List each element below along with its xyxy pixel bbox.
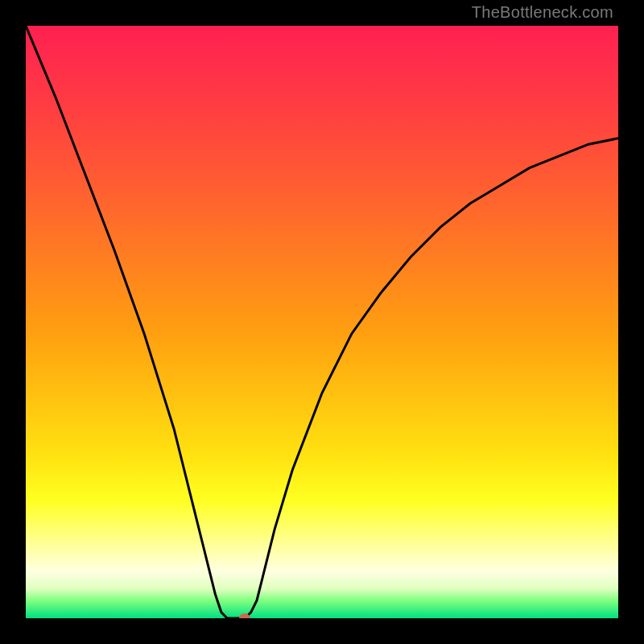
watermark-text: TheBottleneck.com xyxy=(472,3,613,22)
optimal-point-marker xyxy=(239,613,250,618)
chart-area xyxy=(26,26,618,618)
bottleneck-curve xyxy=(26,26,618,618)
